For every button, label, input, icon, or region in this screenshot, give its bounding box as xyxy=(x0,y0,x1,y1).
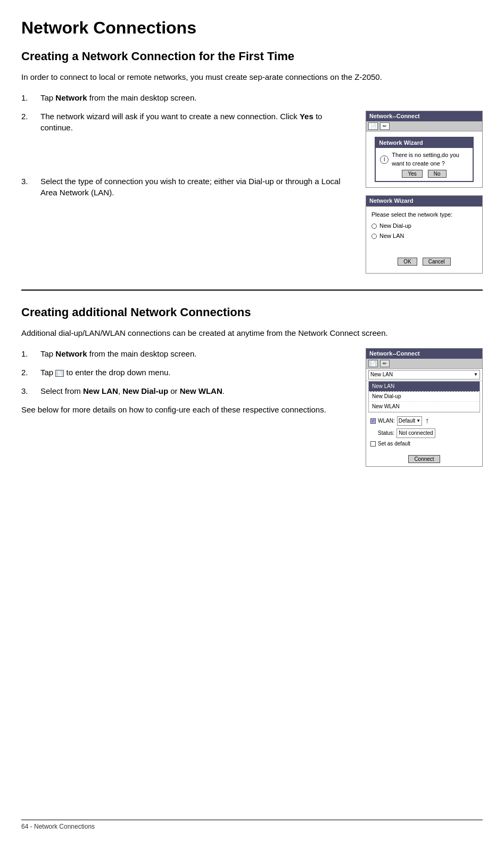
footer-text: 64 - Network Connections xyxy=(21,823,95,830)
menu-item-new-wlan[interactable]: New WLAN xyxy=(369,402,480,412)
step3-num: 3. xyxy=(21,176,35,198)
wlan-select-arrow: ▼ xyxy=(416,418,420,424)
mockup2-body-text: Please select the network type: xyxy=(371,211,477,219)
mockup-network-wizard: Network Wizard Please select the network… xyxy=(366,195,483,274)
dropdown-new-lan[interactable]: New LAN ▼ xyxy=(368,370,480,379)
mockup3-titlebar: Network--Connect xyxy=(366,349,482,359)
section1-heading: Creating a Network Connection for the Fi… xyxy=(21,48,483,65)
pencil-icon: ✏ xyxy=(380,122,390,130)
set-as-default-row: Set as default xyxy=(370,440,478,448)
wlan-row: ✓ WLAN: Default ▼ ↑ xyxy=(370,416,478,426)
step3-text: Select the type of connection you wish t… xyxy=(40,176,355,198)
mockup-aside: Network--Connect 📄 ✏ Network Wizard i Th… xyxy=(366,111,483,274)
dropdown-menu: New LAN New Dial-up New WLAN xyxy=(368,381,480,412)
mockup-network-connect-3: Network--Connect 📄 ✏ New LAN ▼ New LAN N… xyxy=(366,348,483,467)
section2-step3-text: Select from New LAN, New Dial-up or New … xyxy=(40,385,225,397)
section2-step1: 1. Tap Network from the main desktop scr… xyxy=(21,348,355,359)
section2-step1-num: 1. xyxy=(21,348,35,359)
cancel-button[interactable]: Cancel xyxy=(423,258,451,266)
status-label: Status: xyxy=(378,430,394,437)
section2: Creating additional Network Connections … xyxy=(21,290,483,467)
footer: 64 - Network Connections xyxy=(21,820,483,831)
radio-lan-label: New LAN xyxy=(379,232,404,240)
info-icon: i xyxy=(380,155,389,164)
dialog1-row: i There is no setting,do you want to cre… xyxy=(380,151,468,168)
menu-item-new-lan[interactable]: New LAN xyxy=(369,382,480,392)
status-row: Status: Not connected xyxy=(370,428,478,438)
mockup3-toolbar: 📄 ✏ xyxy=(366,359,482,369)
step2-num: 2. xyxy=(21,111,35,133)
set-as-default-checkbox[interactable] xyxy=(370,441,376,447)
section2-extra: See below for more details on how to con… xyxy=(21,404,355,415)
dialog-no-button[interactable]: No xyxy=(428,170,447,178)
radio-dialup-label: New Dial-up xyxy=(379,222,411,230)
dialog-yes-button[interactable]: Yes xyxy=(402,170,422,178)
step2-text: The network wizard will ask if you want … xyxy=(40,111,355,133)
section1-intro: In order to connect to local or remote n… xyxy=(21,71,483,82)
step1-num: 1. xyxy=(21,92,35,103)
up-arrow-icon: ↑ xyxy=(425,416,429,426)
dropdown-selected: New LAN xyxy=(370,371,393,378)
radio-new-dialup: New Dial-up xyxy=(371,222,477,230)
menu-item-new-dialup[interactable]: New Dial-up xyxy=(369,392,480,402)
mockup1-body: Network Wizard i There is no setting,do … xyxy=(366,131,482,187)
connect-btn-row: Connect xyxy=(366,453,482,466)
mockup1-titlebar: Network--Connect xyxy=(366,111,482,121)
section2-heading: Creating additional Network Connections xyxy=(21,304,483,321)
section2-step3: 3. Select from New LAN, New Dial-up or N… xyxy=(21,385,355,397)
mockup3-form: ✓ WLAN: Default ▼ ↑ Status: Not connecte… xyxy=(366,412,482,453)
radio-circle-lan xyxy=(371,234,377,239)
step3: 3. Select the type of connection you wis… xyxy=(21,176,355,198)
step1-text: Tap Network from the main desktop screen… xyxy=(40,92,196,103)
section2-step2-num: 2. xyxy=(21,367,35,378)
section2-steps-list: 1. Tap Network from the main desktop scr… xyxy=(21,348,355,415)
steps-with-mockups: 2. The network wizard will ask if you wa… xyxy=(21,111,483,274)
doc-icon: 📄 xyxy=(368,122,378,130)
connect-button[interactable]: Connect xyxy=(408,455,440,463)
wlan-checkbox[interactable]: ✓ xyxy=(370,418,376,424)
mockup1-toolbar: 📄 ✏ xyxy=(366,121,482,131)
dropdown-row: New LAN ▼ xyxy=(366,369,482,381)
mockup2-buttons: OK Cancel xyxy=(371,253,477,269)
wlan-label: WLAN: xyxy=(378,417,395,425)
steps-list: 2. The network wizard will ask if you wa… xyxy=(21,111,355,205)
mockup-network-connect-1: Network--Connect 📄 ✏ Network Wizard i Th… xyxy=(366,111,483,188)
section2-step2-text: Tap 📄 to enter the drop down menu. xyxy=(40,367,171,378)
ok-button[interactable]: OK xyxy=(398,258,417,266)
section2-intro: Additional dial-up/LAN/WLAN connections … xyxy=(21,327,483,339)
section2-step1-text: Tap Network from the main desktop screen… xyxy=(40,348,196,359)
pencil-icon-toolbar: ✏ xyxy=(380,360,390,367)
doc-icon-toolbar: 📄 xyxy=(368,360,378,367)
section2-steps-with-mockup: 1. Tap Network from the main desktop scr… xyxy=(21,348,483,467)
wlan-select[interactable]: Default ▼ xyxy=(397,416,423,426)
mockup2-titlebar: Network Wizard xyxy=(366,196,482,206)
dialog1-buttons: Yes No xyxy=(380,170,468,178)
wlan-value: Default xyxy=(399,417,416,425)
page-title: Network Connections xyxy=(21,16,483,40)
radio-new-lan: New LAN xyxy=(371,232,477,240)
step2: 2. The network wizard will ask if you wa… xyxy=(21,111,355,133)
step1: 1. Tap Network from the main desktop scr… xyxy=(21,92,483,103)
radio-circle-dialup xyxy=(371,224,377,229)
mockup3-body: New LAN ▼ New LAN New Dial-up New WLAN ✓… xyxy=(366,369,482,466)
status-value: Not connected xyxy=(396,428,435,438)
doc-icon-inline: 📄 xyxy=(55,370,64,377)
mockup2-body: Please select the network type: New Dial… xyxy=(366,207,482,273)
dialog-network-wizard: Network Wizard i There is no setting,do … xyxy=(375,137,473,182)
dialog1-message: There is no setting,do you want to creat… xyxy=(392,151,468,168)
dropdown-arrow: ▼ xyxy=(474,372,478,377)
section2-step3-num: 3. xyxy=(21,385,35,397)
section2-step2: 2. Tap 📄 to enter the drop down menu. xyxy=(21,367,355,378)
dialog1-title: Network Wizard xyxy=(376,138,472,148)
set-as-default-label: Set as default xyxy=(378,440,410,448)
